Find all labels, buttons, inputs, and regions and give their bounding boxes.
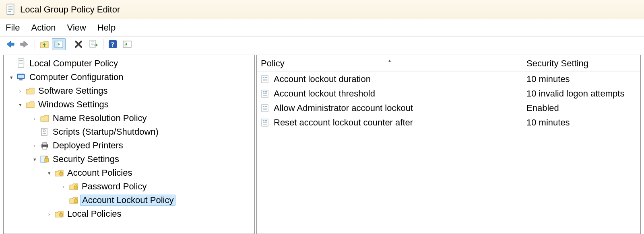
svg-rect-29 bbox=[45, 158, 49, 162]
folder-lock-icon bbox=[69, 195, 78, 205]
svg-rect-45 bbox=[263, 106, 264, 107]
svg-rect-27 bbox=[43, 147, 47, 149]
tree-label: Scripts (Startup/Shutdown) bbox=[53, 127, 159, 137]
expander-closed-icon[interactable]: › bbox=[17, 87, 24, 94]
tree-node-account-lockout-policy[interactable]: › Account Lockout Policy bbox=[8, 193, 254, 207]
expander-closed-icon[interactable]: › bbox=[45, 210, 53, 218]
svg-rect-41 bbox=[265, 91, 267, 92]
menu-view[interactable]: View bbox=[67, 23, 86, 33]
list-pane[interactable]: ▴ Policy Security Setting Account lockou… bbox=[256, 55, 641, 234]
tree-label: Security Settings bbox=[53, 154, 119, 164]
policy-item-icon bbox=[261, 104, 270, 113]
list-item[interactable]: Account lockout threshold 10 invalid log… bbox=[257, 86, 640, 101]
expander-open-icon[interactable]: ▾ bbox=[8, 74, 15, 81]
toggle-pane-button[interactable] bbox=[120, 38, 134, 50]
computer-icon bbox=[17, 72, 26, 82]
svg-rect-20 bbox=[18, 75, 24, 78]
expander-open-icon[interactable]: ▾ bbox=[17, 101, 24, 108]
svg-rect-30 bbox=[60, 172, 63, 175]
tree-node-local-policies[interactable]: › Local Policies bbox=[8, 207, 254, 221]
svg-rect-48 bbox=[263, 109, 267, 110]
menu-help[interactable]: Help bbox=[97, 23, 116, 33]
tree-node-security-settings[interactable]: ▾ Security Settings bbox=[8, 152, 254, 166]
column-header-policy[interactable]: ▴ Policy bbox=[257, 58, 522, 69]
svg-text:?: ? bbox=[111, 41, 114, 48]
gpedit-icon bbox=[17, 59, 26, 68]
svg-rect-38 bbox=[263, 80, 267, 81]
export-list-button[interactable] bbox=[86, 38, 100, 50]
svg-rect-46 bbox=[265, 106, 267, 107]
list-item[interactable]: Account lockout duration 10 minutes bbox=[257, 72, 640, 86]
policy-name: Account lockout threshold bbox=[274, 88, 375, 99]
svg-rect-47 bbox=[263, 108, 267, 109]
tree-node-name-resolution-policy[interactable]: › Name Resolution Policy bbox=[8, 111, 254, 125]
expander-closed-icon[interactable]: › bbox=[60, 183, 67, 190]
list-item[interactable]: Allow Administrator account lockout Enab… bbox=[257, 101, 640, 115]
expander-closed-icon[interactable]: › bbox=[31, 115, 38, 122]
tree-pane[interactable]: ▶ Local Computer Policy ▾ Computer Confi… bbox=[3, 55, 255, 234]
svg-rect-15 bbox=[18, 59, 24, 68]
list-item[interactable]: Reset account lockout counter after 10 m… bbox=[257, 115, 640, 130]
svg-rect-42 bbox=[263, 93, 267, 94]
security-settings-icon bbox=[40, 154, 50, 164]
tree-label: Password Policy bbox=[82, 181, 147, 192]
tree-node-windows-settings[interactable]: ▾ Windows Settings bbox=[8, 98, 254, 111]
show-hide-tree-button[interactable] bbox=[52, 38, 66, 50]
svg-rect-6 bbox=[55, 41, 58, 47]
svg-rect-32 bbox=[74, 200, 77, 203]
policy-name: Account lockout duration bbox=[274, 74, 371, 84]
menu-file[interactable]: File bbox=[6, 23, 20, 33]
list-header: ▴ Policy Security Setting bbox=[257, 55, 640, 72]
policy-item-icon bbox=[261, 75, 270, 84]
policy-item-icon bbox=[261, 118, 270, 127]
title-bar: Local Group Policy Editor bbox=[0, 0, 644, 19]
tree-label: Local Computer Policy bbox=[29, 58, 118, 69]
up-button[interactable] bbox=[37, 38, 51, 50]
folder-lock-icon bbox=[54, 168, 64, 178]
svg-rect-52 bbox=[263, 122, 267, 123]
tree-node-root[interactable]: ▶ Local Computer Policy bbox=[8, 57, 254, 70]
sort-ascending-icon: ▴ bbox=[388, 57, 391, 63]
svg-rect-36 bbox=[265, 77, 267, 78]
tree-node-computer-configuration[interactable]: ▾ Computer Configuration bbox=[8, 70, 254, 84]
tree-label: Local Policies bbox=[67, 209, 122, 219]
svg-rect-50 bbox=[263, 120, 264, 121]
policy-item-icon bbox=[261, 89, 270, 98]
back-button[interactable] bbox=[3, 38, 17, 50]
policy-tree[interactable]: ▶ Local Computer Policy ▾ Computer Confi… bbox=[4, 55, 254, 221]
tree-label: Deployed Printers bbox=[53, 140, 123, 151]
tree-node-password-policy[interactable]: › Password Policy bbox=[8, 180, 254, 193]
menu-action[interactable]: Action bbox=[31, 23, 56, 33]
tree-node-software-settings[interactable]: › Software Settings bbox=[8, 84, 254, 98]
svg-rect-43 bbox=[263, 95, 267, 96]
folder-lock-icon bbox=[69, 182, 78, 191]
policy-value: 10 invalid logon attempts bbox=[522, 88, 640, 99]
delete-button[interactable] bbox=[72, 38, 85, 50]
svg-rect-31 bbox=[74, 186, 77, 189]
policy-name: Allow Administrator account lockout bbox=[274, 103, 413, 113]
window-title: Local Group Policy Editor bbox=[20, 4, 120, 15]
svg-rect-51 bbox=[265, 120, 267, 121]
tree-node-deployed-printers[interactable]: › Deployed Printers bbox=[8, 139, 254, 152]
svg-rect-26 bbox=[43, 142, 47, 145]
toolbar-separator bbox=[103, 39, 103, 49]
expander-open-icon[interactable]: ▾ bbox=[45, 169, 53, 177]
help-button[interactable]: ? bbox=[106, 38, 120, 50]
folder-lock-icon bbox=[54, 209, 64, 219]
tree-node-account-policies[interactable]: ▾ Account Policies bbox=[8, 166, 254, 180]
folder-icon bbox=[25, 86, 35, 96]
printer-icon bbox=[40, 141, 50, 150]
tree-label: Windows Settings bbox=[38, 99, 109, 110]
svg-rect-40 bbox=[263, 91, 264, 92]
policy-value: 10 minutes bbox=[522, 74, 640, 84]
expander-open-icon[interactable]: ▾ bbox=[31, 156, 38, 163]
column-header-security-setting[interactable]: Security Setting bbox=[522, 58, 640, 69]
tree-label: Name Resolution Policy bbox=[53, 113, 147, 123]
policy-name: Reset account lockout counter after bbox=[274, 117, 413, 128]
tree-node-scripts[interactable]: › Scripts (Startup/Shutdown) bbox=[8, 125, 254, 139]
policy-value: Enabled bbox=[522, 103, 640, 113]
column-label: Security Setting bbox=[526, 58, 588, 68]
expander-closed-icon[interactable]: › bbox=[31, 142, 38, 149]
forward-button[interactable] bbox=[18, 38, 31, 50]
tree-label: Computer Configuration bbox=[29, 72, 124, 82]
